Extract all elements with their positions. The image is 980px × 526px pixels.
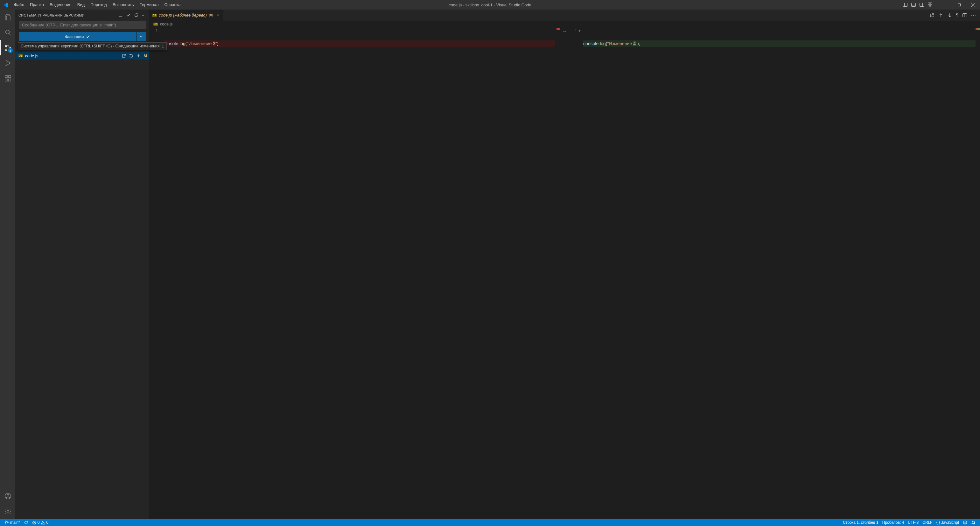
menu-file[interactable]: Файл bbox=[11, 0, 27, 10]
maximize-window-icon[interactable] bbox=[952, 0, 966, 10]
status-feedback[interactable] bbox=[961, 520, 969, 525]
status-branch[interactable]: main* bbox=[3, 520, 22, 525]
status-encoding[interactable]: UTF-8 bbox=[906, 520, 921, 525]
overview-ruler-left[interactable] bbox=[555, 28, 560, 519]
status-indent[interactable]: Пробелов: 4 bbox=[880, 520, 906, 525]
commit-button[interactable]: Фиксация bbox=[19, 32, 136, 41]
go-to-file-icon[interactable] bbox=[929, 13, 934, 18]
scm-more-icon[interactable]: ··· bbox=[142, 13, 146, 17]
editor-tab[interactable]: JS code.js (Рабочее дерево) M bbox=[149, 10, 223, 21]
menu-run-label: Выполнить bbox=[113, 2, 134, 7]
diff-separator: → bbox=[560, 28, 569, 519]
menu-go-label: Переход bbox=[91, 2, 107, 7]
svg-point-41 bbox=[7, 522, 8, 523]
editor-tab-label: code.js (Рабочее дерево) bbox=[159, 13, 207, 17]
status-branch-label: main* bbox=[10, 520, 20, 525]
activity-run-icon[interactable] bbox=[0, 56, 15, 71]
svg-marker-19 bbox=[6, 60, 11, 65]
status-errors: 0 bbox=[38, 520, 40, 525]
activity-search-icon[interactable] bbox=[0, 25, 15, 40]
commit-more-button[interactable] bbox=[136, 32, 146, 41]
svg-rect-11 bbox=[958, 3, 960, 6]
toggle-primary-sidebar-icon[interactable] bbox=[901, 0, 909, 10]
status-cursor[interactable]: Строка 1, столбец 1 bbox=[841, 520, 880, 525]
tok: console bbox=[583, 41, 598, 46]
menu-terminal[interactable]: Терминал bbox=[137, 0, 162, 10]
menu-select-label: Выделение bbox=[49, 2, 72, 7]
menu-view-label: Вид bbox=[77, 2, 85, 7]
commit-button-label: Фиксация bbox=[65, 34, 84, 39]
menu-run[interactable]: Выполнить bbox=[110, 0, 137, 10]
menu-go[interactable]: Переход bbox=[88, 0, 110, 10]
tabs-row: JS code.js (Рабочее дерево) M ¶ ··· bbox=[149, 10, 980, 21]
svg-rect-24 bbox=[9, 75, 11, 78]
menu-view[interactable]: Вид bbox=[75, 0, 88, 10]
status-cursor-label: Строка 1, столбец 1 bbox=[843, 520, 878, 525]
status-warnings: 0 bbox=[46, 520, 48, 525]
close-tab-icon[interactable] bbox=[216, 13, 220, 17]
svg-line-15 bbox=[9, 33, 11, 35]
workbench: 1 СИСТЕМА УПРАВЛЕНИЯ ВЕРСИЯМИ bbox=[0, 10, 980, 519]
svg-rect-9 bbox=[931, 5, 932, 7]
toggle-secondary-sidebar-icon[interactable] bbox=[918, 0, 926, 10]
breadcrumb[interactable]: JS code.js bbox=[149, 21, 980, 28]
close-window-icon[interactable] bbox=[966, 0, 980, 10]
menu-select[interactable]: Выделение bbox=[47, 0, 75, 10]
svg-point-27 bbox=[7, 510, 9, 512]
discard-changes-icon[interactable] bbox=[129, 54, 134, 58]
menu-edit-label: Правка bbox=[30, 2, 44, 7]
svg-point-16 bbox=[5, 45, 7, 47]
activity-settings-icon[interactable] bbox=[0, 504, 15, 519]
status-notifications[interactable] bbox=[969, 520, 977, 525]
editor-more-icon[interactable]: ··· bbox=[971, 13, 976, 18]
layout-controls bbox=[901, 0, 934, 10]
menu-edit[interactable]: Правка bbox=[27, 0, 47, 10]
scm-badge: 1 bbox=[8, 48, 13, 53]
left-sign: - bbox=[159, 28, 161, 33]
status-problems[interactable]: 0 0 bbox=[30, 520, 50, 525]
customize-layout-icon[interactable] bbox=[926, 0, 934, 10]
status-indent-label: Пробелов: 4 bbox=[882, 520, 904, 525]
svg-rect-23 bbox=[9, 79, 11, 81]
activity-scm-icon[interactable]: 1 bbox=[0, 40, 15, 56]
open-file-icon[interactable] bbox=[121, 54, 126, 58]
scm-tooltip: Система управления версиями (CTRL+SHIFT+… bbox=[18, 42, 167, 50]
editor-area: JS code.js (Рабочее дерево) M ¶ ··· JS c… bbox=[149, 10, 980, 519]
scm-changed-file-row[interactable]: JS code.js M bbox=[15, 52, 149, 59]
diff-modified-pane[interactable]: 1 + console.log("Изменение 4"); bbox=[569, 28, 980, 519]
minimize-window-icon[interactable] bbox=[938, 0, 952, 10]
split-editor-icon[interactable] bbox=[962, 13, 967, 18]
activity-account-icon[interactable] bbox=[0, 488, 15, 504]
svg-point-26 bbox=[7, 494, 9, 496]
scm-refresh-icon[interactable] bbox=[134, 13, 139, 17]
scm-view-tree-icon[interactable] bbox=[118, 13, 123, 17]
editor-tab-status: M bbox=[209, 13, 213, 17]
svg-point-40 bbox=[5, 523, 6, 524]
file-status-badge: M bbox=[143, 54, 147, 58]
next-change-icon[interactable] bbox=[947, 13, 952, 18]
stage-changes-icon[interactable] bbox=[136, 54, 141, 58]
commit-message-input[interactable] bbox=[19, 21, 146, 29]
tok: log bbox=[600, 41, 606, 46]
scm-panel-title: СИСТЕМА УПРАВЛЕНИЯ ВЕРСИЯМИ bbox=[19, 13, 84, 17]
toggle-panel-icon[interactable] bbox=[909, 0, 918, 10]
status-language[interactable]: { } JavaScript bbox=[934, 520, 961, 525]
js-file-icon: JS bbox=[152, 14, 157, 17]
scm-header: СИСТЕМА УПРАВЛЕНИЯ ВЕРСИЯМИ ··· bbox=[15, 10, 149, 21]
overview-ruler-right[interactable] bbox=[975, 28, 980, 519]
status-sync[interactable] bbox=[22, 520, 30, 525]
diff-original-pane[interactable]: 1 - console.log("Изменение 3"); bbox=[149, 28, 560, 519]
menu-file-label: Файл bbox=[14, 2, 24, 7]
svg-point-20 bbox=[5, 65, 6, 66]
prev-change-icon[interactable] bbox=[938, 13, 943, 18]
activity-extensions-icon[interactable] bbox=[0, 71, 15, 86]
activity-explorer-icon[interactable] bbox=[0, 10, 15, 25]
activity-bar: 1 bbox=[0, 10, 15, 519]
scm-sidebar: СИСТЕМА УПРАВЛЕНИЯ ВЕРСИЯМИ ··· Фиксация bbox=[15, 10, 149, 519]
status-eol[interactable]: CRLF bbox=[921, 520, 934, 525]
menu-help[interactable]: Справка bbox=[162, 0, 184, 10]
tok: log bbox=[180, 41, 186, 46]
toggle-whitespace-icon[interactable]: ¶ bbox=[956, 13, 958, 18]
scm-commit-icon[interactable] bbox=[126, 13, 131, 17]
arrow-right-icon: → bbox=[562, 29, 567, 34]
